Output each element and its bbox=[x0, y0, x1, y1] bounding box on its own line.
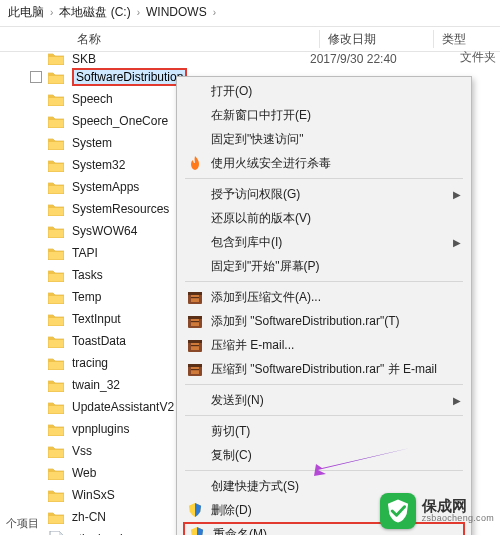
file-name: SoftwareDistribution bbox=[76, 70, 183, 84]
ctx-open-new-window[interactable]: 在新窗口中打开(E) bbox=[177, 103, 471, 127]
folder-icon bbox=[48, 465, 64, 481]
flame-icon bbox=[185, 156, 205, 170]
separator bbox=[185, 384, 463, 385]
chevron-right-icon: ▶ bbox=[453, 395, 461, 406]
folder-icon bbox=[48, 91, 64, 107]
folder-icon bbox=[48, 443, 64, 459]
status-bar: 个项目 bbox=[6, 516, 39, 531]
folder-icon bbox=[48, 50, 64, 66]
crumb-windows[interactable]: WINDOWS bbox=[146, 5, 207, 19]
chevron-right-icon: › bbox=[209, 7, 220, 18]
folder-icon bbox=[48, 421, 64, 437]
watermark-url: zsbaocheng.com bbox=[422, 514, 494, 523]
ctx-cut[interactable]: 剪切(T) bbox=[177, 419, 471, 443]
folder-icon bbox=[48, 179, 64, 195]
separator bbox=[185, 470, 463, 471]
chevron-right-icon: ▶ bbox=[453, 189, 461, 200]
ctx-rar-email-named[interactable]: 压缩到 "SoftwareDistribution.rar" 并 E-mail bbox=[177, 357, 471, 381]
ctx-include-library[interactable]: 包含到库中(I)▶ bbox=[177, 230, 471, 254]
ctx-open[interactable]: 打开(O) bbox=[177, 79, 471, 103]
folder-icon bbox=[48, 201, 64, 217]
chevron-right-icon: ▶ bbox=[453, 237, 461, 248]
folder-icon bbox=[48, 509, 64, 525]
folder-icon bbox=[48, 113, 64, 129]
archive-icon bbox=[185, 290, 205, 304]
separator bbox=[185, 415, 463, 416]
folder-icon bbox=[48, 355, 64, 371]
archive-icon bbox=[185, 338, 205, 352]
folder-icon bbox=[48, 487, 64, 503]
crumb-drive-c[interactable]: 本地磁盘 (C:) bbox=[59, 4, 130, 21]
archive-icon bbox=[185, 362, 205, 376]
ctx-restore-previous[interactable]: 还原以前的版本(V) bbox=[177, 206, 471, 230]
folder-icon bbox=[48, 289, 64, 305]
list-column-header[interactable]: 名称 修改日期 类型 bbox=[0, 26, 500, 52]
crumb-this-pc[interactable]: 此电脑 bbox=[8, 4, 44, 21]
shield-icon bbox=[187, 527, 207, 535]
file-date: 2017/9/30 22:40 bbox=[310, 52, 460, 66]
watermark-logo-icon bbox=[380, 493, 416, 529]
watermark-title: 保成网 bbox=[422, 498, 494, 514]
breadcrumb[interactable]: 此电脑 › 本地磁盘 (C:) › WINDOWS › bbox=[0, 0, 500, 22]
context-menu: 打开(O) 在新窗口中打开(E) 固定到"快速访问" 使用火绒安全进行杀毒 授予… bbox=[176, 76, 472, 535]
column-name[interactable]: 名称 bbox=[29, 31, 319, 48]
chevron-right-icon: › bbox=[46, 7, 57, 18]
file-type: 文件夹 bbox=[460, 49, 500, 66]
ctx-grant-access[interactable]: 授予访问权限(G)▶ bbox=[177, 182, 471, 206]
folder-icon bbox=[48, 157, 64, 173]
ctx-pin-quick-access[interactable]: 固定到"快速访问" bbox=[177, 127, 471, 151]
column-date[interactable]: 修改日期 bbox=[328, 31, 434, 48]
folder-icon bbox=[48, 135, 64, 151]
row-checkbox[interactable] bbox=[30, 71, 42, 83]
file-name: SKB bbox=[72, 52, 310, 66]
folder-icon bbox=[48, 69, 64, 85]
folder-icon bbox=[48, 333, 64, 349]
ctx-rar-add-named[interactable]: 添加到 "SoftwareDistribution.rar"(T) bbox=[177, 309, 471, 333]
separator bbox=[185, 178, 463, 179]
folder-icon bbox=[48, 267, 64, 283]
column-type[interactable]: 类型 bbox=[442, 31, 500, 48]
folder-icon bbox=[48, 377, 64, 393]
folder-icon bbox=[48, 223, 64, 239]
separator bbox=[185, 281, 463, 282]
list-item[interactable]: SKB 2017/9/30 22:40 文件夹 bbox=[0, 52, 500, 66]
archive-icon bbox=[185, 314, 205, 328]
ctx-copy[interactable]: 复制(C) bbox=[177, 443, 471, 467]
ctx-rar-email[interactable]: 压缩并 E-mail... bbox=[177, 333, 471, 357]
chevron-right-icon: › bbox=[133, 7, 144, 18]
ctx-pin-start[interactable]: 固定到"开始"屏幕(P) bbox=[177, 254, 471, 278]
watermark: 保成网 zsbaocheng.com bbox=[380, 493, 494, 529]
shield-icon bbox=[185, 503, 205, 517]
file-icon bbox=[48, 531, 64, 535]
folder-icon bbox=[48, 245, 64, 261]
ctx-send-to[interactable]: 发送到(N)▶ bbox=[177, 388, 471, 412]
folder-icon bbox=[48, 311, 64, 327]
folder-icon bbox=[48, 399, 64, 415]
ctx-rar-add[interactable]: 添加到压缩文件(A)... bbox=[177, 285, 471, 309]
ctx-huorong-scan[interactable]: 使用火绒安全进行杀毒 bbox=[177, 151, 471, 175]
